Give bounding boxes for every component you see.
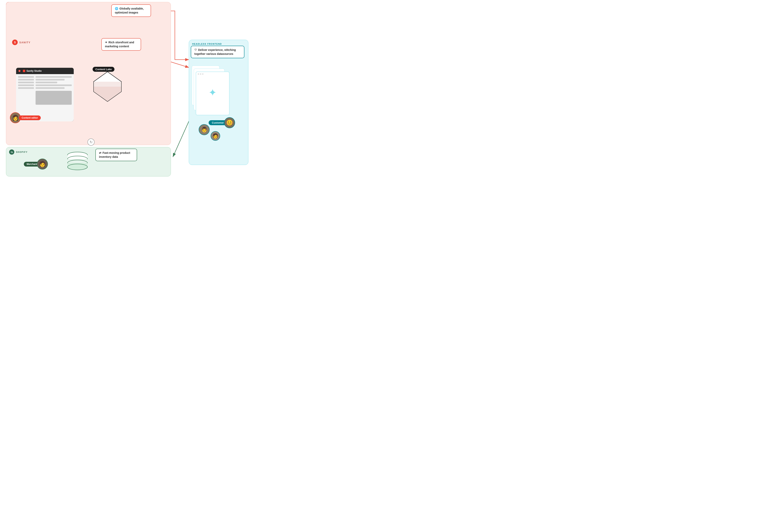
content-line-1 <box>36 76 72 78</box>
sidebar-line-1 <box>18 76 34 78</box>
shopify-logo-area: 🛍 SHOPIFY <box>9 150 28 155</box>
content-line-5 <box>36 87 64 89</box>
browser-dot-1 <box>198 73 199 75</box>
callout-fast-moving: ⇄Fast-moving product inventory data <box>95 149 137 161</box>
sanity-label: SANITY <box>19 41 31 44</box>
sparkle-star-icon: ✦ <box>208 87 217 98</box>
svg-line-8 <box>173 119 190 157</box>
browser-sparkle-area: ✦ <box>196 76 229 110</box>
merchant-area: Merchant 🧑 <box>24 159 48 169</box>
studio-title: Sanity Studio <box>23 69 42 72</box>
content-line-4 <box>36 84 72 86</box>
content-lake-shape <box>92 70 123 110</box>
shopify-icon: 🛍 <box>11 151 13 154</box>
browser-dots-row <box>196 72 229 76</box>
shopify-label: SHOPIFY <box>16 151 28 153</box>
shopify-database <box>65 151 89 174</box>
content-editor-badge: Content editor <box>19 115 41 120</box>
sidebar-line-3 <box>18 82 34 83</box>
browser-front: ✦ <box>196 71 230 115</box>
sparkle-icon: ✦ <box>105 41 107 45</box>
studio-main <box>36 76 72 119</box>
customer-area: Customer 😊 <box>209 117 235 128</box>
content-line-2 <box>36 79 64 80</box>
sidebar-line-2 <box>18 79 34 80</box>
arrows-icon: ⇄ <box>99 151 101 155</box>
studio-close-dot <box>19 70 21 72</box>
content-editor-area: 👩 Content editor <box>10 112 41 123</box>
sync-icon-circle: ↻ <box>87 139 95 146</box>
studio-logo-square <box>23 70 25 72</box>
merchant-avatar: 🧑 <box>37 159 48 169</box>
heart-icon: ♡ <box>194 48 197 52</box>
customer-avatar-2: 🧑 <box>211 131 220 141</box>
content-image <box>36 91 72 105</box>
callout-deliver-experience: ♡Deliver experience, stitching together … <box>191 46 244 58</box>
headless-label: HEADLESS FRONTEND <box>189 40 248 45</box>
callout-globally-available: 🌐Globally available, optimized images <box>111 4 151 17</box>
browser-dot-2 <box>200 73 201 75</box>
callout-rich-storefront: ✦Rich storefront and marketing content <box>101 38 141 51</box>
customer-avatar-1: 👨 <box>199 124 210 135</box>
studio-titlebar: Sanity Studio <box>16 68 74 74</box>
sanity-logo: S <box>12 40 18 45</box>
shopify-logo: 🛍 <box>9 150 14 155</box>
sidebar-line-4 <box>18 84 34 86</box>
sanity-logo-area: S SANITY <box>12 40 31 45</box>
sanity-section: S SANITY Sanity Studio <box>6 2 171 145</box>
content-line-3 <box>36 82 57 83</box>
globe-icon: 🌐 <box>115 7 118 11</box>
sidebar-line-5 <box>18 87 34 89</box>
customer-avatar-main: 😊 <box>224 117 235 128</box>
svg-point-16 <box>67 164 87 170</box>
diagram-container: ASSET CDN 🖼 S SANITY Sanity <box>0 0 254 177</box>
browser-dot-3 <box>202 73 203 75</box>
